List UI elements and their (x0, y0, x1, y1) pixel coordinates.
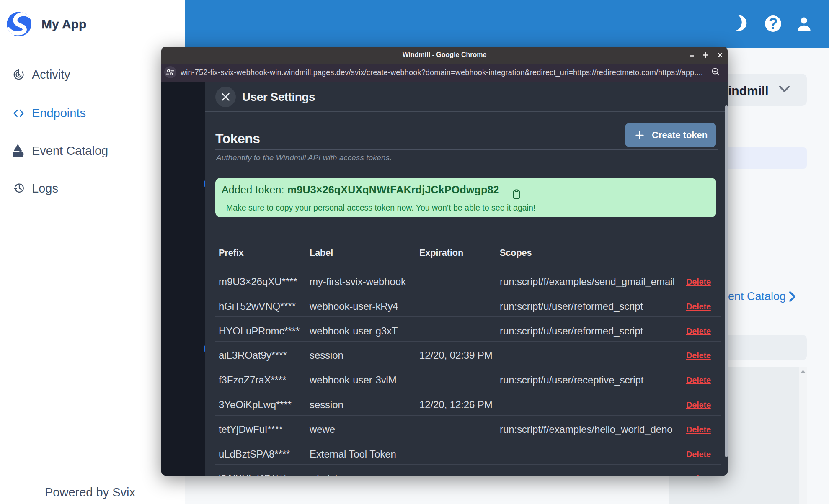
svg-text:?: ? (769, 15, 778, 32)
